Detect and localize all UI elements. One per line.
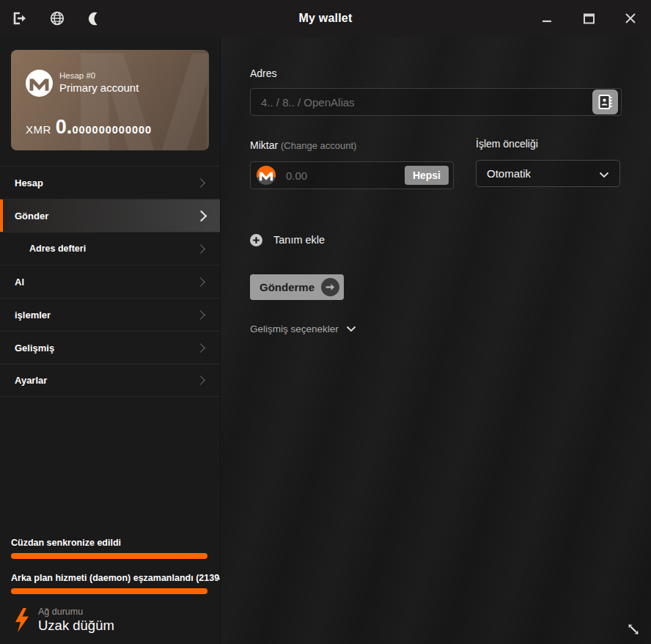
network-status-label: Ağ durumu xyxy=(38,607,83,617)
close-icon[interactable] xyxy=(622,10,639,27)
address-input[interactable] xyxy=(250,88,622,116)
theme-moon-icon[interactable] xyxy=(87,10,104,27)
sidebar-item-ayarlar[interactable]: Ayarlar xyxy=(0,364,220,397)
account-card[interactable]: M Hesap #0 Primary account XMR 0. 000000… xyxy=(11,50,209,150)
amount-label-row: Miktar (Change account) xyxy=(250,139,356,151)
address-book-button[interactable] xyxy=(592,89,618,114)
advanced-options-label: Gelişmiş seçenekler xyxy=(250,323,339,334)
daemon-sync-status: Arka plan hizmeti (daemon) eşzamanlandı … xyxy=(11,573,220,583)
send-all-button[interactable]: Hepsi xyxy=(405,166,449,185)
logout-icon[interactable] xyxy=(10,10,28,27)
priority-dropdown[interactable]: Otomatik xyxy=(476,160,620,187)
sidebar-item-label: Al xyxy=(15,277,24,288)
titlebar-left-actions xyxy=(10,0,104,37)
sidebar-item-label: işlemler xyxy=(15,310,51,321)
wallet-sync-progressbar xyxy=(11,553,207,559)
network-status-row[interactable]: Ağ durumu Uzak düğüm xyxy=(0,605,220,639)
monero-wallet-window: My wallet M Hesap #0 Pr xyxy=(0,0,651,644)
send-button-label: Gönderme xyxy=(260,281,315,293)
change-account-hint[interactable]: (Change account) xyxy=(281,140,356,151)
sidebar-item-islemler[interactable]: işlemler xyxy=(0,298,220,331)
balance-whole: 0. xyxy=(56,116,73,139)
add-description-button[interactable]: Tanım ekle xyxy=(250,229,325,251)
language-globe-icon[interactable] xyxy=(48,10,66,27)
chevron-right-icon xyxy=(196,210,207,222)
chevron-down-icon xyxy=(346,326,356,332)
priority-selected-value: Otomatik xyxy=(487,167,531,180)
address-label: Adres xyxy=(250,67,277,79)
minimize-icon[interactable] xyxy=(538,10,556,27)
account-index-label: Hesap #0 xyxy=(59,71,95,80)
wallet-sync-status: Cüzdan senkronize edildi xyxy=(11,538,220,548)
arrow-right-circle-icon xyxy=(321,278,339,296)
window-controls xyxy=(538,0,639,37)
sidebar-item-gelismis[interactable]: Gelişmiş xyxy=(0,331,220,364)
amount-label: Miktar xyxy=(250,139,278,151)
sidebar: M Hesap #0 Primary account XMR 0. 000000… xyxy=(0,37,220,644)
sidebar-item-hesap[interactable]: Hesap xyxy=(0,166,220,199)
sidebar-item-label: Hesap xyxy=(15,178,43,189)
balance: XMR 0. 000000000000 xyxy=(26,116,152,139)
send-button[interactable]: Gönderme xyxy=(250,274,344,300)
chevron-right-icon xyxy=(196,277,205,287)
add-description-label: Tanım ekle xyxy=(273,234,325,246)
sidebar-item-label: Adres defteri xyxy=(29,244,86,254)
chevron-down-icon xyxy=(599,172,609,178)
sidebar-item-label: Gönder xyxy=(15,211,48,222)
network-status-value: Uzak düğüm xyxy=(38,618,114,634)
sidebar-nav: Hesap Gönder Adres defteri Al işlemler G… xyxy=(0,166,220,397)
sidebar-item-adres-defteri[interactable]: Adres defteri xyxy=(0,232,220,265)
monero-logo-icon xyxy=(26,70,53,97)
sidebar-item-gonder[interactable]: Gönder xyxy=(0,199,220,232)
account-name: Primary account xyxy=(59,81,139,94)
chevron-right-icon xyxy=(196,244,205,254)
sidebar-item-label: Gelişmiş xyxy=(15,343,54,354)
chevron-right-icon xyxy=(196,310,205,320)
sidebar-item-label: Ayarlar xyxy=(15,375,47,386)
contact-book-icon xyxy=(597,94,613,110)
send-page: Adres Miktar (Change account) xyxy=(220,37,651,644)
maximize-icon[interactable] xyxy=(580,10,597,27)
balance-currency: XMR xyxy=(26,123,51,136)
plus-circle-icon xyxy=(250,234,262,246)
chevron-right-icon xyxy=(196,376,205,385)
daemon-sync-progressbar xyxy=(11,588,207,594)
address-field-wrap xyxy=(250,88,622,116)
sidebar-item-al[interactable]: Al xyxy=(0,265,220,298)
lightning-icon xyxy=(14,608,30,632)
priority-label: İşlem önceliği xyxy=(476,138,538,150)
advanced-options-toggle[interactable]: Gelişmiş seçenekler xyxy=(250,323,356,334)
balance-decimals: 000000000000 xyxy=(72,124,152,136)
amount-field-wrap: Hepsi xyxy=(250,161,454,189)
chevron-right-icon xyxy=(196,343,205,353)
chevron-right-icon xyxy=(196,178,205,188)
titlebar: My wallet xyxy=(0,0,651,37)
